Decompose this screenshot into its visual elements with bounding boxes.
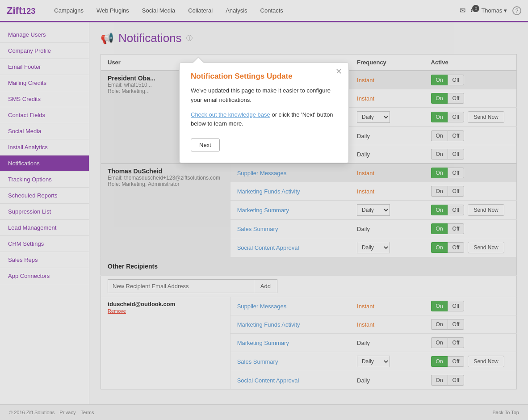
modal-overlay: ✕ Notification Settings Update We've upd… [0,0,528,420]
modal-next-button[interactable]: Next [191,139,220,151]
modal-title: Notification Settings Update [191,72,337,81]
modal-close-button[interactable]: ✕ [335,67,342,76]
modal-knowledge-base-link[interactable]: Check out the knowledge base [191,111,270,118]
modal-body-link-area: Check out the knowledge base or click th… [191,110,337,129]
modal-body: We've updated this page to make it easie… [191,86,337,105]
layout: Manage Users Company Profile Email Foote… [0,22,528,404]
main-content: 📢 Notifications ⓘ User Frequency Active … [89,22,528,404]
modal-arrow [193,58,204,63]
modal-body-text1: We've updated this page to make it easie… [191,87,331,103]
notification-settings-modal: ✕ Notification Settings Update We've upd… [179,63,349,163]
